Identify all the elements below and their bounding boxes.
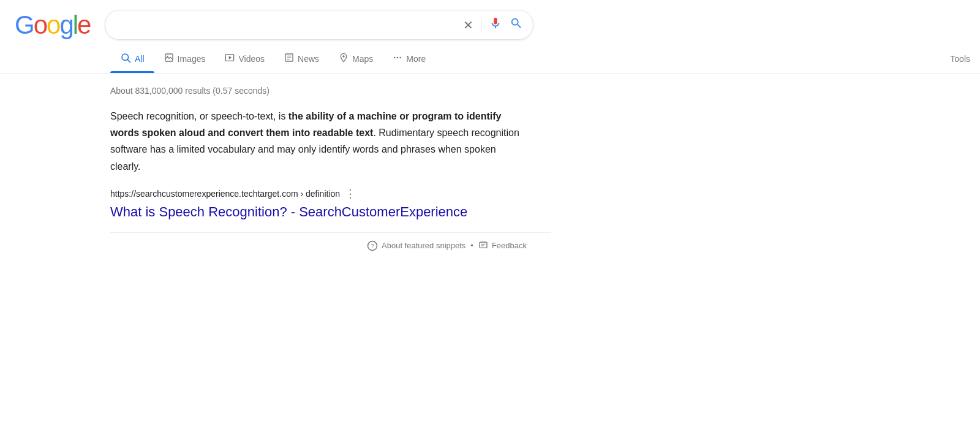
svg-text:?: ? [371, 243, 374, 249]
about-featured-snippets[interactable]: ? About featured snippets [367, 240, 466, 251]
svg-rect-17 [480, 242, 487, 248]
search-input[interactable]: speech recognition [115, 18, 456, 31]
snippet-url: https://searchcustomerexperience.techtar… [110, 189, 340, 199]
main-content: About 831,000,000 results (0.57 seconds)… [0, 74, 551, 271]
svg-line-2 [127, 59, 130, 62]
tab-maps[interactable]: Maps [329, 45, 383, 72]
search-bar-wrapper: speech recognition ✕ [105, 10, 533, 40]
search-bar-icons: ✕ [463, 17, 523, 33]
header: Google speech recognition ✕ [0, 0, 980, 40]
search-button[interactable] [510, 17, 523, 33]
tab-maps-label: Maps [352, 54, 373, 64]
tab-images-label: Images [178, 54, 206, 64]
logo-g1: G [15, 10, 34, 40]
snippet-text-before: Speech recognition, or speech-to-text, i… [110, 111, 288, 121]
clear-icon[interactable]: ✕ [463, 18, 473, 32]
more-icon [393, 53, 402, 65]
maps-icon [339, 53, 349, 65]
results-count: About 831,000,000 results (0.57 seconds) [110, 86, 551, 96]
tab-images[interactable]: Images [154, 45, 216, 72]
snippet-url-row: https://searchcustomerexperience.techtar… [110, 187, 527, 200]
question-icon: ? [367, 240, 378, 251]
svg-point-12 [394, 57, 396, 59]
logo-o2: o [47, 10, 59, 40]
tab-news[interactable]: News [274, 45, 329, 72]
logo-l: l [73, 10, 77, 40]
snippets-label: About featured snippets [382, 241, 466, 250]
bottom-bar: ? About featured snippets • Feedback [110, 232, 551, 259]
google-logo: Google [15, 10, 90, 40]
tab-all-label: All [135, 54, 145, 64]
videos-icon [225, 53, 235, 65]
tab-videos-label: Videos [238, 54, 265, 64]
tab-more-label: More [406, 54, 426, 64]
tab-more[interactable]: More [383, 45, 435, 72]
snippet-title-link[interactable]: What is Speech Recognition? - SearchCust… [110, 204, 467, 219]
tab-tools[interactable]: Tools [940, 47, 980, 71]
feedback-icon [478, 241, 488, 251]
logo-e: e [77, 10, 90, 40]
nav-tabs: All Images Videos [0, 45, 980, 74]
svg-point-14 [400, 57, 402, 59]
snippet-text: Speech recognition, or speech-to-text, i… [110, 108, 527, 175]
search-bar: speech recognition ✕ [105, 10, 533, 40]
svg-point-13 [397, 57, 399, 59]
search-divider [481, 18, 481, 32]
logo-g2: g [59, 10, 72, 40]
tools-label: Tools [950, 54, 970, 64]
tab-videos[interactable]: Videos [215, 45, 274, 72]
svg-marker-6 [229, 56, 232, 59]
images-icon [164, 53, 174, 65]
result-more-icon[interactable]: ⋮ [345, 187, 356, 200]
tab-all[interactable]: All [110, 45, 154, 73]
news-icon [284, 53, 294, 65]
feedback-button[interactable]: Feedback [478, 241, 527, 251]
microphone-icon[interactable] [489, 17, 502, 33]
featured-snippet: Speech recognition, or speech-to-text, i… [110, 108, 527, 220]
all-icon [120, 52, 131, 66]
svg-point-11 [342, 55, 344, 57]
dot-separator: • [470, 241, 473, 250]
feedback-label: Feedback [492, 241, 527, 250]
logo-o1: o [34, 10, 47, 40]
tab-news-label: News [298, 54, 319, 64]
